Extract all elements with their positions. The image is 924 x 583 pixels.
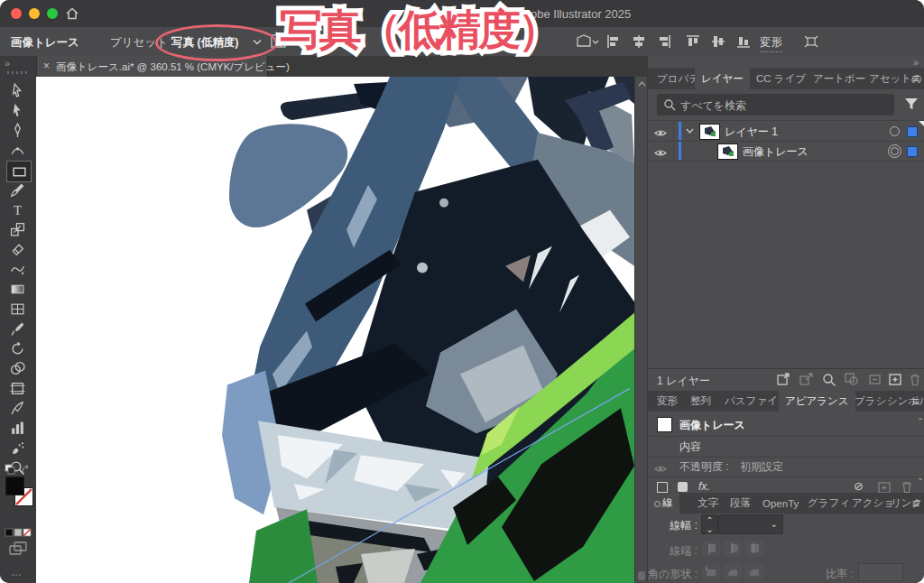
minimize-window-button[interactable] — [29, 8, 40, 19]
sublayer-thumbnail[interactable] — [717, 143, 738, 160]
clear-appearance-icon[interactable]: ⊘ — [854, 479, 864, 493]
scale-tool[interactable] — [10, 222, 26, 238]
add-effect-fx-icon[interactable]: fx. — [698, 480, 710, 493]
tab-pathfinder[interactable]: パスファイ — [718, 391, 784, 412]
home-icon[interactable] — [65, 6, 79, 24]
symbol-sprayer-tool[interactable] — [10, 440, 26, 457]
export-icon[interactable] — [799, 373, 814, 390]
align-center-horizontal-icon[interactable] — [632, 34, 646, 49]
add-stroke-icon[interactable] — [657, 482, 668, 493]
tab-layers[interactable]: レイヤー — [695, 68, 750, 89]
rotate-view-tool[interactable] — [10, 341, 26, 357]
align-left-icon[interactable] — [606, 34, 621, 49]
artboard-canvas[interactable] — [36, 77, 634, 583]
join-bevel-icon[interactable] — [745, 564, 763, 579]
draw-mode-icon[interactable] — [9, 541, 27, 560]
collapse-panels-icon[interactable]: » — [913, 57, 919, 68]
stroke-width-stepper[interactable]: ⌃ ⌄ — [701, 514, 718, 534]
eraser-tool[interactable] — [10, 242, 26, 258]
selection-tool[interactable] — [10, 103, 26, 119]
make-mask-icon[interactable] — [845, 373, 859, 390]
appearance-contents-row[interactable]: 内容 — [648, 436, 924, 458]
new-sublayer-icon[interactable] — [867, 373, 882, 390]
align-bottom-icon[interactable] — [736, 34, 751, 49]
shape-options-icon[interactable] — [576, 33, 599, 50]
tab-paragraph[interactable]: 段落 — [724, 493, 757, 514]
tab-align[interactable]: 整列 — [684, 391, 717, 412]
appearance-panel-menu-icon[interactable]: ≡ — [912, 394, 919, 409]
more-tools-icon[interactable]: … — [11, 566, 23, 578]
layers-search-input[interactable]: すべてを検索 — [657, 94, 894, 116]
align-right-icon[interactable] — [657, 34, 671, 49]
layer-row-1[interactable]: レイヤー 1 — [648, 120, 924, 142]
ratio-input[interactable] — [858, 563, 903, 581]
tools-drag-handle[interactable] — [7, 71, 29, 74]
mesh-tool[interactable] — [10, 301, 26, 318]
join-round-icon[interactable] — [724, 564, 742, 579]
transform-reference-icon[interactable] — [803, 34, 819, 49]
tab-character[interactable]: 文字 — [691, 493, 725, 514]
combo-chevron-icon[interactable]: ⌄ — [771, 520, 778, 529]
cap-projecting-icon[interactable] — [745, 541, 763, 556]
stepper-down-icon[interactable]: ⌄ — [702, 525, 717, 534]
eye-icon[interactable] — [654, 461, 667, 477]
join-miter-icon[interactable] — [702, 564, 720, 579]
tab-appearance[interactable]: アピアランス — [779, 391, 855, 412]
align-center-vertical-icon[interactable] — [711, 34, 725, 49]
sublayer-name[interactable]: 画像トレース — [743, 144, 808, 160]
fill-stroke-indicator[interactable] — [4, 473, 34, 518]
selection-square[interactable] — [907, 126, 918, 137]
tab-opentype[interactable]: OpenTy — [756, 493, 805, 514]
curvature-tool[interactable] — [10, 143, 26, 159]
stroke-width-combo[interactable]: ⌄ — [718, 514, 783, 534]
artboard-tool[interactable] — [10, 381, 26, 397]
transform-link[interactable]: 変形 — [760, 35, 782, 52]
tab-transform[interactable]: 変形 — [651, 391, 684, 412]
align-top-icon[interactable] — [686, 34, 700, 49]
column-graph-tool[interactable] — [10, 421, 26, 437]
filter-funnel-icon[interactable] — [904, 97, 919, 111]
expand-tools-icon[interactable]: » — [5, 58, 11, 69]
knife-tool[interactable] — [10, 401, 26, 417]
target-circle-icon[interactable] — [890, 126, 900, 136]
appearance-scrollbar[interactable]: ⌃ ⌄ — [917, 417, 924, 475]
shape-builder-tool[interactable] — [10, 361, 26, 377]
appearance-opacity-row[interactable]: 不透明度 : 初期設定 — [648, 457, 924, 477]
opacity-value[interactable]: 初期設定 — [740, 459, 783, 475]
vertical-scrollbar[interactable] — [634, 77, 648, 583]
scroll-up-icon[interactable] — [638, 81, 646, 87]
stroke-panel-menu-icon[interactable]: ≡ — [912, 496, 919, 511]
selection-square[interactable] — [907, 146, 918, 157]
collect-for-export-icon[interactable] — [777, 373, 791, 390]
visibility-eye-icon[interactable] — [654, 125, 667, 142]
layer-name[interactable]: レイヤー 1 — [725, 125, 778, 140]
cap-round-icon[interactable] — [724, 541, 742, 556]
appearance-item-row[interactable]: 画像トレース — [648, 415, 924, 437]
scroll-up-icon[interactable]: ⌃ — [917, 417, 924, 426]
appearance-swatch[interactable] — [657, 417, 672, 432]
gradient-tool[interactable] — [10, 282, 26, 298]
visibility-eye-icon[interactable] — [654, 145, 667, 162]
cap-butt-icon[interactable] — [702, 541, 720, 556]
rectangle-tool[interactable] — [6, 161, 32, 182]
close-tab-icon[interactable]: × — [43, 60, 50, 72]
scrollbar-thumb[interactable] — [638, 571, 645, 580]
locate-object-icon[interactable] — [822, 373, 836, 390]
expand-layer-chevron-icon[interactable] — [686, 128, 694, 134]
layer-row-2[interactable]: 画像トレース — [648, 141, 924, 162]
tab-cc-libraries[interactable]: CC ライブ — [750, 68, 812, 89]
type-tool[interactable]: T — [10, 202, 26, 218]
scroll-down-icon[interactable]: ⌄ — [917, 473, 924, 482]
fill-swatch-black[interactable] — [5, 477, 24, 495]
shaper-tool[interactable] — [10, 262, 26, 278]
close-window-button[interactable] — [11, 8, 22, 19]
maximize-window-button[interactable] — [47, 8, 58, 19]
add-fill-icon[interactable] — [678, 482, 688, 492]
paintbrush-tool[interactable] — [10, 182, 26, 199]
target-circle-double-icon[interactable] — [891, 147, 899, 155]
delete-layer-icon[interactable] — [909, 373, 921, 390]
pen-tool[interactable] — [10, 123, 26, 139]
tab-stroke[interactable]: 線 — [648, 493, 679, 514]
layers-panel-menu-icon[interactable]: ≡ — [912, 71, 919, 86]
layer-thumbnail[interactable] — [699, 124, 720, 140]
